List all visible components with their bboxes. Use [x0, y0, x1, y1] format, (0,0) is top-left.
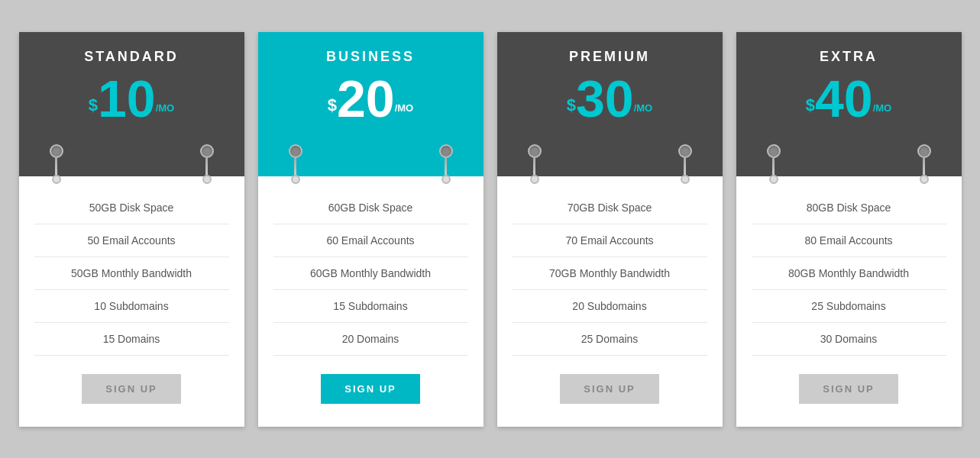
price-period-business: /MO [395, 102, 414, 114]
price-amount-business: 20 [337, 73, 395, 124]
pin-head-right [439, 144, 453, 158]
currency-business: $ [328, 95, 337, 115]
feature-item-0-3: 10 Subdomains [34, 290, 229, 323]
feature-list-standard: 50GB Disk Space50 Email Accounts50GB Mon… [34, 192, 229, 356]
feature-list-extra: 80GB Disk Space80 Email Accounts80GB Mon… [752, 192, 946, 356]
pricing-card-business: BUSINESS $ 20 /MO [258, 32, 484, 427]
currency-standard: $ [89, 95, 98, 115]
pin-tail-left [772, 158, 775, 175]
card-header-premium: PREMIUM $ 30 /MO [497, 32, 723, 176]
plan-name-standard: STANDARD [34, 49, 229, 65]
pin-bottom-left [291, 175, 300, 184]
pin-head-left [767, 144, 781, 158]
price-amount-standard: 10 [98, 73, 156, 124]
pin-bottom-right [202, 175, 212, 184]
pricing-card-premium: PREMIUM $ 30 /MO [497, 32, 723, 427]
feature-item-1-0: 60GB Disk Space [273, 192, 468, 224]
pin-head-right [678, 144, 692, 158]
feature-item-2-2: 70GB Monthly Bandwidth [513, 257, 707, 290]
feature-item-3-1: 80 Email Accounts [752, 224, 946, 257]
card-header-standard: STANDARD $ 10 /MO [19, 32, 244, 176]
feature-item-3-4: 30 Domains [752, 323, 946, 356]
pin-tail-right [205, 158, 208, 175]
feature-item-0-0: 50GB Disk Space [34, 192, 229, 224]
pin-bottom-right [920, 175, 929, 184]
plan-name-business: BUSINESS [273, 49, 468, 65]
price-row-extra: $ 40 /MO [752, 73, 946, 134]
feature-item-2-4: 25 Domains [513, 323, 707, 356]
price-amount-extra: 40 [815, 73, 873, 124]
pin-left [528, 144, 542, 184]
pin-left [767, 144, 781, 184]
pin-left [289, 144, 302, 184]
feature-item-2-0: 70GB Disk Space [513, 192, 707, 224]
card-header-business: BUSINESS $ 20 /MO [258, 32, 484, 176]
pin-bottom-right [441, 175, 451, 184]
plan-name-extra: EXTRA [752, 49, 946, 65]
feature-item-3-3: 25 Subdomains [752, 290, 946, 323]
signup-button-premium[interactable]: SIGN UP [560, 374, 659, 404]
pin-head-left [528, 144, 542, 158]
pins-extra [752, 137, 946, 176]
currency-extra: $ [806, 95, 815, 115]
pin-right [678, 144, 692, 184]
signup-button-extra[interactable]: SIGN UP [799, 374, 898, 404]
pin-bottom-left [530, 175, 539, 184]
pin-head-right [917, 144, 931, 158]
feature-item-1-2: 60GB Monthly Bandwidth [273, 257, 468, 290]
pricing-card-standard: STANDARD $ 10 /MO [19, 32, 244, 427]
pin-tail-right [684, 158, 686, 175]
feature-item-0-1: 50 Email Accounts [34, 224, 229, 257]
card-body-business: 60GB Disk Space60 Email Accounts60GB Mon… [258, 176, 484, 427]
pricing-container: STANDARD $ 10 /MO [4, 17, 977, 442]
pin-bottom-left [52, 175, 61, 184]
pin-bottom-right [681, 175, 690, 184]
feature-item-0-4: 15 Domains [34, 323, 229, 356]
feature-list-business: 60GB Disk Space60 Email Accounts60GB Mon… [273, 192, 468, 356]
pin-right [439, 144, 453, 184]
signup-button-business[interactable]: SIGN UP [321, 374, 420, 404]
feature-item-3-0: 80GB Disk Space [752, 192, 946, 224]
feature-item-2-1: 70 Email Accounts [513, 224, 707, 257]
pins-business [273, 137, 468, 176]
pins-standard [34, 137, 229, 176]
pin-head-left [289, 144, 302, 158]
card-header-extra: EXTRA $ 40 /MO [736, 32, 962, 176]
currency-premium: $ [567, 95, 576, 115]
feature-item-1-3: 15 Subdomains [273, 290, 468, 323]
feature-item-3-2: 80GB Monthly Bandwidth [752, 257, 946, 290]
pin-tail-left [533, 158, 535, 175]
pin-head-right [200, 144, 214, 158]
pin-tail-left [55, 158, 57, 175]
pins-premium [513, 137, 707, 176]
price-row-premium: $ 30 /MO [513, 73, 707, 134]
feature-item-1-4: 20 Domains [273, 323, 468, 356]
price-period-standard: /MO [156, 102, 175, 114]
pin-head-left [50, 144, 63, 158]
signup-button-standard[interactable]: SIGN UP [82, 374, 181, 404]
pin-tail-right [445, 158, 447, 175]
feature-item-0-2: 50GB Monthly Bandwidth [34, 257, 229, 290]
pin-bottom-left [769, 175, 778, 184]
card-body-premium: 70GB Disk Space70 Email Accounts70GB Mon… [497, 176, 723, 427]
pin-right [200, 144, 214, 184]
price-amount-premium: 30 [576, 73, 634, 124]
pricing-card-extra: EXTRA $ 40 /MO [736, 32, 962, 427]
feature-list-premium: 70GB Disk Space70 Email Accounts70GB Mon… [513, 192, 707, 356]
price-row-business: $ 20 /MO [273, 73, 468, 134]
pin-tail-left [294, 158, 296, 175]
price-row-standard: $ 10 /MO [34, 73, 229, 134]
card-body-extra: 80GB Disk Space80 Email Accounts80GB Mon… [736, 176, 962, 427]
feature-item-2-3: 20 Subdomains [513, 290, 707, 323]
plan-name-premium: PREMIUM [513, 49, 707, 65]
pin-tail-right [923, 158, 925, 175]
price-period-premium: /MO [634, 102, 653, 114]
pin-right [917, 144, 931, 184]
pin-left [50, 144, 63, 184]
price-period-extra: /MO [873, 102, 892, 114]
feature-item-1-1: 60 Email Accounts [273, 224, 468, 257]
card-body-standard: 50GB Disk Space50 Email Accounts50GB Mon… [19, 176, 244, 427]
